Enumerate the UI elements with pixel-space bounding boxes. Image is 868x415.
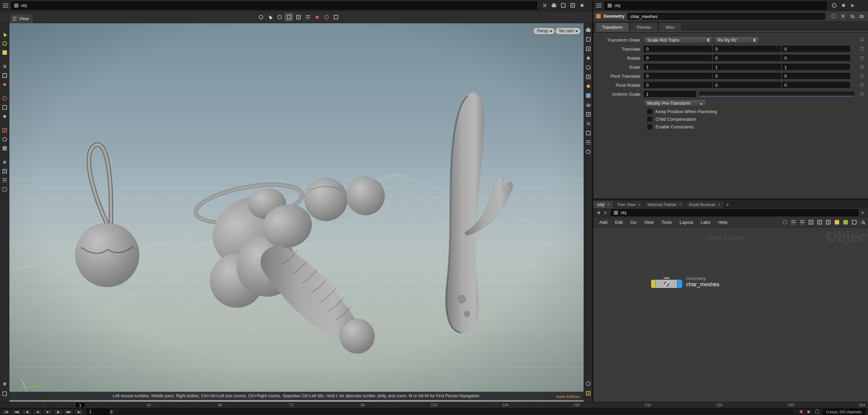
- tool-pose-icon[interactable]: [1, 104, 8, 111]
- next-key-button[interactable]: ▶▶: [64, 409, 73, 415]
- search-icon[interactable]: [848, 12, 856, 20]
- persp-view-button[interactable]: Persp: [533, 27, 555, 35]
- param-field-x[interactable]: 1: [644, 64, 712, 70]
- snapshot-icon[interactable]: [550, 2, 558, 9]
- node-template-flag[interactable]: [651, 280, 656, 288]
- tool-paint-icon[interactable]: [1, 81, 8, 88]
- param-ladder-icon[interactable]: [858, 56, 866, 60]
- menu-item[interactable]: Add: [595, 220, 611, 225]
- select-mode-icon[interactable]: [266, 13, 274, 21]
- tab-material-palette[interactable]: Material Palette ×: [644, 201, 685, 208]
- tab-asset-browser[interactable]: Asset Browser ×: [685, 201, 724, 208]
- tool-lasso-icon[interactable]: [1, 40, 8, 47]
- view-tab-menu-icon[interactable]: [12, 17, 17, 21]
- tool-move-icon[interactable]: [1, 63, 8, 70]
- lighting-icon[interactable]: [585, 83, 591, 89]
- tool-mirror-icon[interactable]: [1, 127, 8, 134]
- shading-mode-icon[interactable]: [585, 64, 591, 70]
- param-field-y[interactable]: 0: [713, 46, 781, 52]
- desktop-icon[interactable]: [559, 2, 567, 9]
- uniform-scale-field[interactable]: 1: [644, 91, 696, 98]
- tool-muscle-icon[interactable]: [1, 145, 8, 152]
- info-icon[interactable]: [585, 380, 591, 387]
- wireframe-icon[interactable]: [585, 74, 591, 80]
- prev-frame-button[interactable]: ◀|: [22, 409, 32, 415]
- tool-hair-icon[interactable]: [1, 177, 8, 184]
- update-mode-icon[interactable]: [1, 380, 8, 387]
- play-reverse-button[interactable]: ◀: [33, 409, 42, 415]
- pin-network-icon[interactable]: [851, 219, 857, 226]
- render-view-icon[interactable]: [313, 13, 321, 21]
- layout-icon[interactable]: [585, 45, 591, 52]
- frame-field[interactable]: 1: [87, 409, 109, 415]
- tab-misc[interactable]: Misc: [659, 23, 682, 31]
- eye-icon[interactable]: [858, 12, 865, 20]
- param-field-x[interactable]: 0: [644, 82, 712, 88]
- tool-cloth-icon[interactable]: [1, 168, 8, 175]
- timeline-ruler[interactable]: 24487296120144168192216240264 1: [0, 402, 868, 408]
- view-tab[interactable]: View: [9, 14, 33, 23]
- playbar-options-icon[interactable]: [814, 409, 820, 415]
- tab-render[interactable]: Render: [630, 23, 658, 31]
- param-field-x[interactable]: 0: [644, 46, 712, 52]
- sticky-note-icon[interactable]: [834, 219, 840, 226]
- param-field-z[interactable]: 0: [782, 82, 850, 88]
- memory-usage-icon[interactable]: [1, 390, 8, 397]
- horizontal-splitter[interactable]: [593, 198, 868, 201]
- tool-ik-icon[interactable]: [1, 113, 8, 120]
- param-field-x[interactable]: 0: [644, 73, 712, 79]
- network-path-field[interactable]: obj: [611, 209, 858, 216]
- rotate-order-select[interactable]: Rx Ry Rz: [714, 36, 759, 44]
- new-tab-button[interactable]: +: [724, 201, 731, 208]
- param-field-y[interactable]: 0: [713, 82, 781, 88]
- checkbox[interactable]: [647, 109, 652, 114]
- nav-back-icon[interactable]: [595, 210, 601, 215]
- go-start-button[interactable]: |◀: [1, 409, 11, 415]
- tab-tree-view[interactable]: Tree View ×: [614, 201, 644, 208]
- param-ladder-icon[interactable]: [858, 47, 866, 51]
- network-canvas[interactable]: Indie Edition Object Geometry char_meshe…: [593, 228, 868, 402]
- path-expand-icon[interactable]: [860, 210, 866, 215]
- camera-view-icon[interactable]: [585, 27, 591, 33]
- lasso-select-icon[interactable]: [276, 13, 283, 21]
- flipbook-icon[interactable]: [323, 13, 330, 21]
- param-field-y[interactable]: 1: [713, 64, 781, 70]
- frame-all-icon[interactable]: [332, 13, 340, 21]
- pane-menu-icon[interactable]: [3, 3, 8, 8]
- select-visible-icon[interactable]: [285, 13, 293, 21]
- left-path-field[interactable]: obj: [11, 1, 537, 10]
- snap-icon[interactable]: [585, 55, 591, 61]
- param-field-z[interactable]: 0: [782, 73, 850, 79]
- menu-item[interactable]: Labs: [697, 220, 714, 225]
- param-field-x[interactable]: 0: [644, 55, 712, 61]
- tree-icon[interactable]: [790, 219, 796, 226]
- play-button[interactable]: ▶: [43, 409, 52, 415]
- right-path-field[interactable]: obj: [604, 1, 827, 10]
- tool-brush-icon[interactable]: [1, 49, 8, 56]
- menu-item[interactable]: Help: [714, 220, 731, 225]
- pane-menu-icon[interactable]: [849, 2, 857, 9]
- menu-item[interactable]: Tools: [658, 220, 676, 225]
- autokey-icon[interactable]: [798, 409, 804, 415]
- grid-icon[interactable]: [569, 2, 576, 9]
- color-scheme-icon[interactable]: [585, 390, 591, 396]
- tool-select-icon[interactable]: [1, 31, 8, 38]
- nav-forward-icon[interactable]: [603, 210, 609, 215]
- pane-maximize-icon[interactable]: [585, 36, 591, 42]
- param-ladder-icon[interactable]: [858, 38, 866, 42]
- network-controls-icon[interactable]: [782, 219, 788, 226]
- link-icon[interactable]: [830, 2, 838, 9]
- table-view-icon[interactable]: [808, 219, 814, 226]
- pane-menu-icon[interactable]: [596, 3, 602, 8]
- tab-close-icon[interactable]: ×: [718, 202, 720, 207]
- modify-pre-transform-select[interactable]: Modify Pre-Transform: [644, 100, 706, 107]
- transform-order-select[interactable]: Scale Rot Trans: [644, 36, 713, 44]
- thumbnail-view-icon[interactable]: [816, 219, 823, 226]
- tab-close-icon[interactable]: ×: [679, 202, 681, 207]
- node-body[interactable]: [656, 280, 677, 288]
- menu-item[interactable]: View: [640, 220, 658, 225]
- view-mask-icon[interactable]: [585, 130, 591, 136]
- wrench-icon[interactable]: [839, 12, 846, 20]
- menu-item[interactable]: Go: [627, 220, 640, 225]
- tab-close-icon[interactable]: ×: [607, 202, 610, 207]
